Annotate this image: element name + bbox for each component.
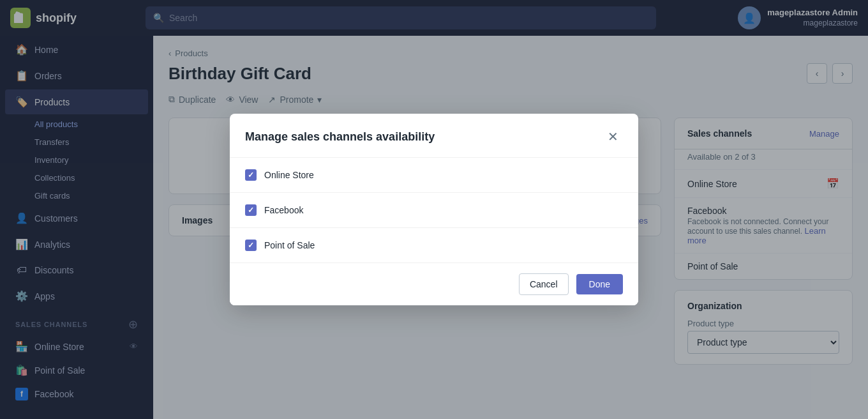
done-button[interactable]: Done xyxy=(576,274,623,294)
modal-close-button[interactable]: ✕ xyxy=(602,126,623,147)
pos-checkbox[interactable] xyxy=(245,240,257,251)
modal-overlay[interactable]: Manage sales channels availability ✕ Onl… xyxy=(0,0,868,419)
pos-channel-label[interactable]: Point of Sale xyxy=(264,240,315,250)
modal-header: Manage sales channels availability ✕ xyxy=(230,114,638,158)
modal-channel-row-pos: Point of Sale xyxy=(230,228,638,263)
modal-body: Online Store Facebook Point of Sale xyxy=(230,158,638,263)
modal-title: Manage sales channels availability xyxy=(245,130,435,144)
facebook-checkbox[interactable] xyxy=(245,204,257,216)
facebook-channel-label[interactable]: Facebook xyxy=(264,205,303,215)
modal: Manage sales channels availability ✕ Onl… xyxy=(230,114,638,305)
modal-channel-row-online-store: Online Store xyxy=(230,158,638,193)
modal-footer: Cancel Done xyxy=(230,263,638,305)
online-store-checkbox[interactable] xyxy=(245,169,257,181)
modal-channel-row-facebook: Facebook xyxy=(230,193,638,228)
online-store-channel-label[interactable]: Online Store xyxy=(264,170,314,180)
cancel-button[interactable]: Cancel xyxy=(519,273,569,295)
